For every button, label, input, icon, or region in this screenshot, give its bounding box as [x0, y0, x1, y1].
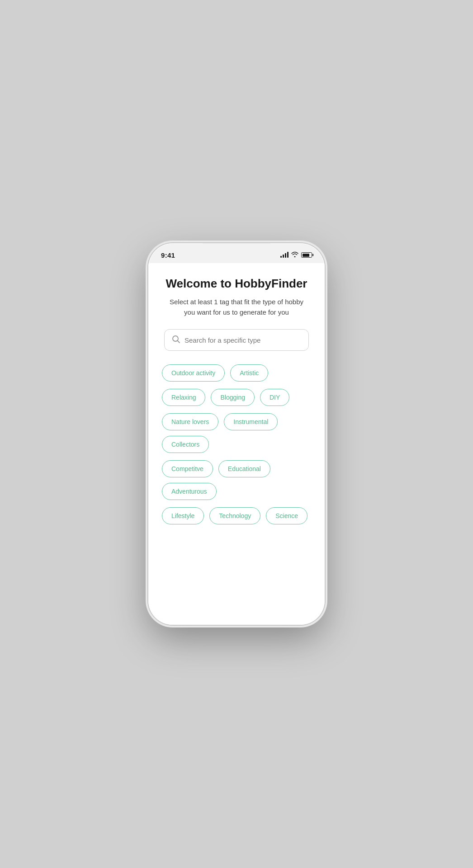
- tag-lifestyle[interactable]: Lifestyle: [162, 507, 204, 524]
- tag-technology[interactable]: Technology: [209, 507, 260, 524]
- svg-line-1: [178, 341, 180, 343]
- screen-content: Welcome to HobbyFinder Select at least 1…: [148, 263, 325, 625]
- tags-row-2: Nature loversInstrumentalCollectors: [162, 413, 311, 453]
- tag-collectors[interactable]: Collectors: [162, 436, 209, 453]
- battery-icon: [301, 252, 312, 258]
- tag-competitive[interactable]: Competitve: [162, 460, 213, 477]
- notch: [203, 243, 270, 257]
- tags-row-1: RelaxingBloggingDIY: [162, 389, 311, 406]
- search-input[interactable]: [184, 336, 301, 344]
- tag-science[interactable]: Science: [266, 507, 307, 524]
- tag-diy[interactable]: DIY: [260, 389, 289, 406]
- tag-blogging[interactable]: Blogging: [211, 389, 255, 406]
- tag-relaxing[interactable]: Relaxing: [162, 389, 205, 406]
- wifi-icon: [291, 252, 298, 259]
- search-icon: [172, 335, 180, 345]
- tag-artistic[interactable]: Artistic: [230, 364, 268, 382]
- tags-row-0: Outdoor activityArtistic: [162, 364, 311, 382]
- tag-outdoor-activity[interactable]: Outdoor activity: [162, 364, 225, 382]
- tags-row-3: CompetitveEducationalAdventurous: [162, 460, 311, 500]
- tag-instrumental[interactable]: Instrumental: [224, 413, 278, 430]
- tags-container: Outdoor activityArtisticRelaxingBlogging…: [162, 364, 311, 524]
- status-time: 9:41: [161, 251, 175, 259]
- phone-shell: 9:41 Welcome to: [148, 243, 325, 625]
- tags-row-4: LifestyleTechnologyScience: [162, 507, 311, 524]
- status-icons: [280, 252, 312, 259]
- app-title: Welcome to HobbyFinder: [166, 277, 307, 291]
- tag-adventurous[interactable]: Adventurous: [162, 483, 217, 500]
- tag-educational[interactable]: Educational: [218, 460, 270, 477]
- tag-nature-lovers[interactable]: Nature lovers: [162, 413, 218, 430]
- signal-icon: [280, 252, 289, 258]
- svg-point-0: [173, 336, 178, 341]
- app-subtitle: Select at least 1 tag that fit the type …: [169, 297, 304, 317]
- search-bar[interactable]: [164, 329, 309, 351]
